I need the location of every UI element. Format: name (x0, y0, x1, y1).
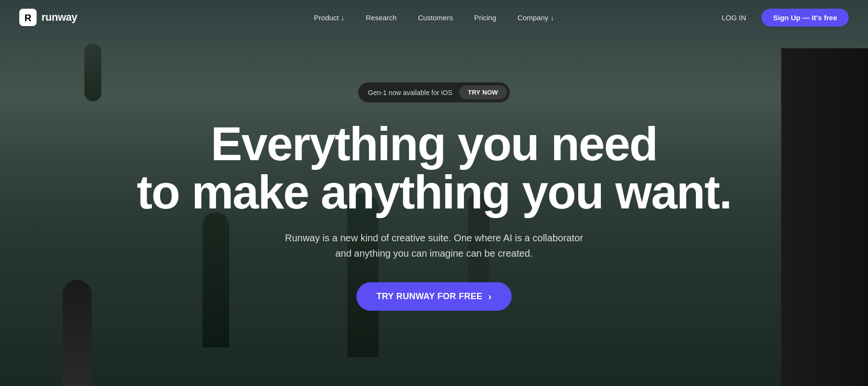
logo-text: runway (41, 11, 77, 24)
logo[interactable]: R runway (19, 9, 77, 26)
nav-link-product[interactable]: Product ↓ (305, 10, 353, 26)
nav-links: Product ↓ Research Customers Pricing Com… (305, 10, 563, 26)
hero-headline: Everything you need to make anything you… (136, 120, 731, 217)
hero-content: Gen-1 now available for iOS TRY NOW Ever… (117, 82, 750, 311)
headline-line2: to make anything you want. (136, 165, 731, 219)
cta-label: TRY RUNWAY FOR FREE (377, 291, 483, 302)
cta-arrow-icon: › (488, 291, 491, 302)
announcement-bar: Gen-1 now available for iOS TRY NOW (358, 82, 510, 103)
nav-link-research[interactable]: Research (357, 10, 405, 26)
nav-link-customers[interactable]: Customers (409, 10, 462, 26)
svg-text:R: R (25, 13, 32, 23)
navbar: R runway Product ↓ Research Customers Pr… (0, 0, 868, 35)
headline-line1: Everything you need (211, 117, 657, 170)
signup-button[interactable]: Sign Up — It's free (761, 9, 849, 27)
nav-link-pricing[interactable]: Pricing (465, 10, 505, 26)
logo-icon: R (19, 9, 37, 26)
figure-floating (84, 43, 101, 101)
figure-left (63, 280, 92, 386)
hero-section: R runway Product ↓ Research Customers Pr… (0, 0, 868, 386)
announcement-try-now-button[interactable]: TRY NOW (459, 85, 507, 99)
announcement-text: Gen-1 now available for iOS (368, 89, 452, 96)
cta-button[interactable]: TRY RUNWAY FOR FREE › (356, 282, 512, 311)
nav-link-company[interactable]: Company ↓ (509, 10, 563, 26)
hero-subtext: Runway is a new kind of creative suite. … (285, 230, 583, 261)
figure-right (781, 48, 868, 386)
nav-right: LOG IN Sign Up — It's free (714, 9, 849, 27)
login-button[interactable]: LOG IN (714, 10, 754, 26)
